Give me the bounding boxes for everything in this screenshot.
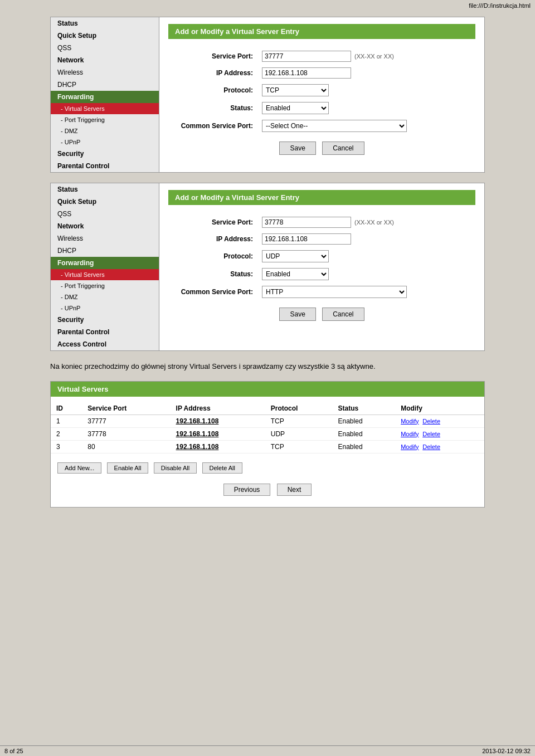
delete-link[interactable]: Delete [422,431,440,437]
protocol-label-2: Protocol: [168,247,257,265]
ip-address-cell-1 [257,65,475,81]
modify-link[interactable]: Modify [401,443,419,450]
enable-all-button[interactable]: Enable All [107,462,149,474]
router-panel-2: Status Quick Setup QSS Network Wireless … [50,183,485,351]
modify-link[interactable]: Modify [401,418,419,425]
sidebar-item-dhcp-1[interactable]: DHCP [51,79,159,91]
common-service-port-select-1[interactable]: --Select One-- HTTP FTP [262,120,407,132]
col-id: ID [51,402,82,415]
save-button-1[interactable]: Save [279,142,315,155]
sidebar-item-network-2[interactable]: Network [51,220,159,232]
sidebar-item-security-1[interactable]: Security [51,148,159,160]
status-cell-1: Enabled Disabled [257,99,475,117]
table-row: 3 80 192.168.1.108 TCP Enabled Modify De… [51,440,484,453]
col-status: Status [333,402,396,415]
cell-service-port: 37778 [82,427,170,440]
sidebar-item-qss-2[interactable]: QSS [51,208,159,220]
sidebar-item-status-1[interactable]: Status [51,17,159,30]
sidebar-item-upnp-1[interactable]: - UPnP [51,136,159,148]
service-port-hint-1: (XX-XX or XX) [354,53,394,60]
ip-address-cell-2 [257,231,475,247]
col-protocol: Protocol [265,402,333,415]
modify-link[interactable]: Modify [401,431,419,437]
service-port-input-2[interactable] [262,217,351,228]
protocol-select-1[interactable]: TCP UDP All [262,84,329,96]
sidebar-item-parental-2[interactable]: Parental Control [51,326,159,338]
sidebar-item-dmz-2[interactable]: - DMZ [51,291,159,303]
common-service-port-label-1: Common Service Port: [168,117,257,135]
service-port-cell-2: (XX-XX or XX) [257,214,475,231]
sidebar-item-virtual-servers-2[interactable]: - Virtual Servers [51,269,159,280]
protocol-cell-2: UDP TCP All [257,247,475,265]
sidebar-item-wireless-1[interactable]: Wireless [51,66,159,79]
text-section: Na koniec przechodzimy do głównej strony… [50,361,485,372]
service-port-input-1[interactable] [262,51,351,62]
cell-modify: Modify Delete [395,440,484,453]
cell-protocol: TCP [265,440,333,453]
service-port-cell-1: (XX-XX or XX) [257,48,475,65]
service-port-label-1: Service Port: [168,48,257,65]
next-button[interactable]: Next [277,484,312,496]
table-row: 2 37778 192.168.1.108 UDP Enabled Modify… [51,427,484,440]
sidebar-item-port-triggering-1[interactable]: - Port Triggering [51,114,159,125]
virtual-servers-container: Virtual Servers ID Service Port IP Addre… [50,381,485,508]
sidebar-item-virtual-servers-1[interactable]: - Virtual Servers [51,103,159,114]
ip-address-label-2: IP Address: [168,231,257,247]
status-select-1[interactable]: Enabled Disabled [262,102,329,114]
sidebar-1: Status Quick Setup QSS Network Wireless … [51,17,159,172]
col-ip-address: IP Address [171,402,265,415]
protocol-cell-1: TCP UDP All [257,81,475,99]
panel-1-title: Add or Modify a Virtual Server Entry [168,24,475,39]
cell-status: Enabled [333,414,396,427]
sidebar-item-security-2[interactable]: Security [51,314,159,326]
sidebar-item-status-2[interactable]: Status [51,183,159,196]
sidebar-item-dhcp-2[interactable]: DHCP [51,245,159,257]
cell-service-port: 37777 [82,414,170,427]
disable-all-button[interactable]: Disable All [154,462,197,474]
virtual-servers-title: Virtual Servers [51,382,484,397]
ip-address-input-1[interactable] [262,67,351,79]
save-button-2[interactable]: Save [279,308,315,321]
table-row: 1 37777 192.168.1.108 TCP Enabled Modify… [51,414,484,427]
cell-status: Enabled [333,427,396,440]
cell-id: 3 [51,440,82,453]
status-label-2: Status: [168,265,257,283]
sidebar-item-access-2[interactable]: Access Control [51,338,159,350]
status-select-2[interactable]: Enabled Disabled [262,268,329,280]
protocol-select-2[interactable]: UDP TCP All [262,250,329,262]
sidebar-item-parental-1[interactable]: Parental Control [51,160,159,172]
cancel-button-2[interactable]: Cancel [322,308,364,321]
sidebar-item-port-triggering-2[interactable]: - Port Triggering [51,280,159,291]
previous-button[interactable]: Previous [223,484,271,496]
cell-service-port: 80 [82,440,170,453]
add-new-button[interactable]: Add New... [57,462,101,474]
sidebar-item-wireless-2[interactable]: Wireless [51,232,159,245]
cancel-button-1[interactable]: Cancel [322,142,364,155]
ip-address-input-2[interactable] [262,233,351,245]
sidebar-item-quicksetup-2[interactable]: Quick Setup [51,196,159,208]
sidebar-item-network-1[interactable]: Network [51,54,159,66]
status-cell-2: Enabled Disabled [257,265,475,283]
sidebar-item-quicksetup-1[interactable]: Quick Setup [51,30,159,42]
cell-protocol: TCP [265,414,333,427]
panel-2-content: Add or Modify a Virtual Server Entry Ser… [159,183,484,350]
vs-button-row: Add New... Enable All Disable All Delete… [51,458,484,478]
cell-protocol: UDP [265,427,333,440]
delete-link[interactable]: Delete [422,443,440,450]
router-panel-1: Status Quick Setup QSS Network Wireless … [50,17,485,173]
cell-id: 2 [51,427,82,440]
common-service-port-label-2: Common Service Port: [168,283,257,301]
service-port-label-2: Service Port: [168,214,257,231]
delete-all-button[interactable]: Delete All [202,462,242,474]
sidebar-item-dmz-1[interactable]: - DMZ [51,125,159,136]
sidebar-item-qss-1[interactable]: QSS [51,42,159,54]
sidebar-item-upnp-2[interactable]: - UPnP [51,303,159,314]
sidebar-item-forwarding-2[interactable]: Forwarding [51,257,159,269]
sidebar-item-forwarding-1[interactable]: Forwarding [51,91,159,103]
cell-ip-address: 192.168.1.108 [171,440,265,453]
common-service-port-select-2[interactable]: HTTP --Select One-- FTP [262,286,407,298]
nav-button-row: Previous Next [51,484,484,500]
delete-link[interactable]: Delete [422,418,440,425]
panel-2-form: Service Port: (XX-XX or XX) IP Address: [168,214,475,301]
bottom-bar: 8 of 25 2013-02-12 09:32 [0,745,535,756]
